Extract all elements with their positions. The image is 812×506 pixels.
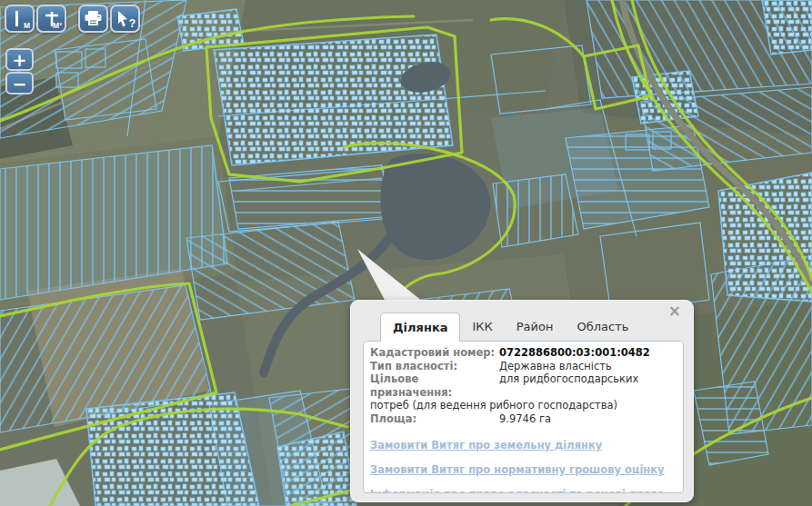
popup-callout-arrow (350, 243, 432, 302)
close-icon[interactable]: × (668, 303, 681, 319)
tab-rayon[interactable]: Район (505, 313, 566, 342)
zoom-control: + − (5, 48, 34, 94)
measure-area-unit: М² (53, 22, 62, 30)
measure-length-unit: М (24, 22, 30, 30)
link-ownership-rights-info[interactable]: Інформація про право власності та речові… (370, 488, 677, 493)
zoom-out-button[interactable]: − (5, 72, 34, 94)
cadastral-number-value: 0722886800:03:001:0482 (499, 346, 650, 359)
area-value: 9.9746 га (499, 412, 551, 425)
parcel-details-panel: Кадастровий номер:0722886800:03:001:0482… (363, 341, 684, 493)
popup-tabs: Ділянка ІКК Район Область (380, 313, 640, 342)
cadastral-map-app: М М² ? + − (0, 0, 812, 506)
toolbar-actions: ? (78, 5, 140, 33)
zoom-in-button[interactable]: + (5, 48, 34, 71)
field-row-area: Площа:9.9746 га (370, 412, 677, 426)
measure-length-icon (15, 11, 18, 26)
field-label: Тип власності: (370, 360, 499, 373)
tab-dilyanka[interactable]: Ділянка (380, 313, 460, 342)
field-label: Кадастровий номер: (370, 346, 499, 360)
print-button[interactable] (78, 5, 108, 33)
measure-area-button[interactable]: М² (36, 5, 66, 33)
identify-question-mark: ? (129, 17, 135, 30)
link-order-monetary-valuation-extract[interactable]: Замовити Витяг про нормативну грошову оц… (370, 463, 677, 477)
field-row-purpose: Цільове призначення:для ридбогосподарськ… (370, 372, 677, 412)
printer-icon (84, 11, 103, 26)
measure-length-button[interactable]: М (5, 5, 35, 33)
toolbar-measure: М М² (5, 5, 66, 33)
identify-button[interactable]: ? (110, 5, 140, 33)
field-row-cadastral-number: Кадастровий номер:0722886800:03:001:0482 (370, 346, 677, 360)
field-row-ownership-type: Тип власності:Державна власність (370, 360, 677, 373)
tab-ikk[interactable]: ІКК (460, 313, 504, 342)
tab-oblast[interactable]: Область (566, 313, 641, 342)
field-label: Цільове призначення: (370, 372, 499, 399)
link-order-parcel-extract[interactable]: Замовити Витяг про земельну ділянку (370, 439, 677, 452)
parcel-info-popup: × Ділянка ІКК Район Область Кадастровий … (350, 300, 694, 502)
field-label: Площа: (370, 412, 499, 426)
ownership-type-value: Державна власність (499, 360, 612, 372)
